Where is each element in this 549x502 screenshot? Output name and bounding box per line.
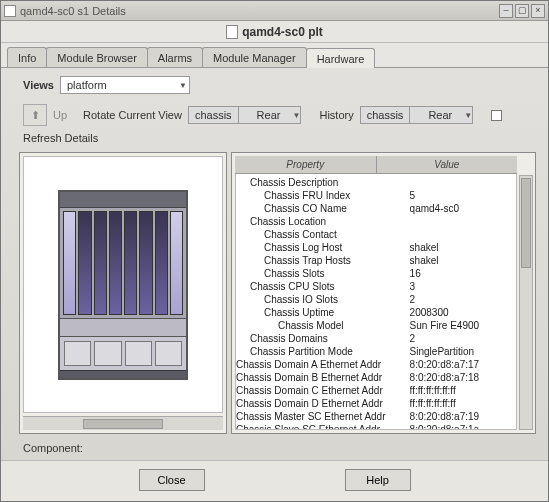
property-cell: Chassis Slots [236, 267, 410, 280]
property-cell: Chassis Domains [236, 332, 410, 345]
table-row[interactable]: Chassis Domain B Ethernet Addr8:0:20:d8:… [236, 371, 516, 384]
value-cell: 5 [410, 189, 516, 202]
property-cell: Chassis Description [236, 176, 410, 189]
table-row[interactable]: Chassis Domain D Ethernet Addrff:ff:ff:f… [236, 397, 516, 410]
titlebar: qamd4-sc0 s1 Details – ▢ × [1, 1, 548, 21]
subheader: qamd4-sc0 plt [1, 21, 548, 43]
tab-hardware[interactable]: Hardware [306, 48, 376, 68]
property-cell: Chassis Slave SC Ethernet Addr [236, 423, 410, 430]
close-window-button[interactable]: × [531, 4, 545, 18]
vertical-scrollbar[interactable] [519, 175, 533, 430]
rotate-chassis-select[interactable]: chassis Rear ▼ [188, 106, 302, 124]
property-cell: Chassis Uptime [236, 306, 410, 319]
column-value[interactable]: Value [377, 156, 518, 173]
table-row[interactable]: Chassis Location [236, 215, 516, 228]
history-select[interactable]: chassis Rear ▼ [360, 106, 474, 124]
maximize-button[interactable]: ▢ [515, 4, 529, 18]
up-arrow-icon: ⬆ [31, 109, 40, 122]
help-button[interactable]: Help [345, 469, 411, 491]
table-row[interactable]: Chassis IO Slots2 [236, 293, 516, 306]
value-cell: shakel [410, 241, 516, 254]
value-cell: Sun Fire E4900 [410, 319, 516, 332]
property-cell: Chassis Location [236, 215, 410, 228]
footer: Close Help [1, 460, 548, 501]
table-row[interactable]: Chassis Partition ModeSinglePartition [236, 345, 516, 358]
value-cell [410, 176, 516, 189]
property-cell: Chassis Contact [236, 228, 410, 241]
chevron-down-icon: ▼ [458, 111, 472, 120]
component-row: Component: [1, 438, 548, 460]
table-row[interactable]: Chassis Slots16 [236, 267, 516, 280]
value-cell: 3 [410, 280, 516, 293]
up-label: Up [53, 109, 67, 121]
views-select[interactable]: platform ▼ [60, 76, 190, 94]
image-pane [19, 152, 227, 434]
table-row[interactable]: Chassis CO Nameqamd4-sc0 [236, 202, 516, 215]
value-cell: shakel [410, 254, 516, 267]
table-header: Property Value [235, 156, 517, 174]
property-cell: Chassis Domain A Ethernet Addr [236, 358, 410, 371]
property-cell: Chassis CO Name [236, 202, 410, 215]
table-row[interactable]: Chassis CPU Slots3 [236, 280, 516, 293]
component-label: Component: [23, 442, 83, 454]
value-cell: SinglePartition [410, 345, 516, 358]
table-row[interactable]: Chassis Trap Hostsshakel [236, 254, 516, 267]
views-value: platform [67, 79, 107, 91]
value-cell: 8:0:20:d8:a7:17 [410, 358, 516, 371]
details-window: qamd4-sc0 s1 Details – ▢ × qamd4-sc0 plt… [0, 0, 549, 502]
tab-module-manager[interactable]: Module Manager [202, 47, 307, 67]
window-title: qamd4-sc0 s1 Details [20, 5, 126, 17]
chassis-image[interactable] [23, 156, 223, 413]
value-cell: 8:0:20:d8:a7:1a [410, 423, 516, 430]
close-button[interactable]: Close [139, 469, 205, 491]
property-cell: Chassis Domain C Ethernet Addr [236, 384, 410, 397]
hostname-label: qamd4-sc0 plt [242, 25, 323, 39]
table-row[interactable]: Chassis Uptime2008300 [236, 306, 516, 319]
property-cell: Chassis Master SC Ethernet Addr [236, 410, 410, 423]
table-row[interactable]: Chassis Log Hostshakel [236, 241, 516, 254]
value-cell: 2008300 [410, 306, 516, 319]
tab-info[interactable]: Info [7, 47, 47, 67]
content-area: Property Value Chassis DescriptionChassi… [1, 152, 548, 438]
views-label: Views [23, 79, 54, 91]
value-cell: 8:0:20:d8:a7:19 [410, 410, 516, 423]
value-cell: 2 [410, 332, 516, 345]
rotate-toolbar: ⬆ Up Rotate Current View chassis Rear ▼ … [1, 98, 548, 152]
value-cell: ff:ff:ff:ff:ff:ff [410, 397, 516, 410]
property-cell: Chassis FRU Index [236, 189, 410, 202]
property-tree[interactable]: Chassis DescriptionChassis FRU Index5Cha… [235, 174, 517, 430]
refresh-label: Refresh Details [23, 132, 98, 144]
table-row[interactable]: Chassis Domain C Ethernet Addrff:ff:ff:f… [236, 384, 516, 397]
views-toolbar: Views platform ▼ [1, 68, 548, 98]
server-chassis-graphic [58, 190, 188, 380]
property-cell: Chassis CPU Slots [236, 280, 410, 293]
table-row[interactable]: Chassis FRU Index5 [236, 189, 516, 202]
table-row[interactable]: Chassis ModelSun Fire E4900 [236, 319, 516, 332]
table-row[interactable]: Chassis Domains2 [236, 332, 516, 345]
property-cell: Chassis IO Slots [236, 293, 410, 306]
minimize-button[interactable]: – [499, 4, 513, 18]
property-pane: Property Value Chassis DescriptionChassi… [231, 152, 536, 434]
table-row[interactable]: Chassis Master SC Ethernet Addr8:0:20:d8… [236, 410, 516, 423]
value-cell: qamd4-sc0 [410, 202, 516, 215]
tab-module-browser[interactable]: Module Browser [46, 47, 147, 67]
document-icon [226, 25, 238, 39]
tab-alarms[interactable]: Alarms [147, 47, 203, 67]
table-row[interactable]: Chassis Description [236, 176, 516, 189]
table-row[interactable]: Chassis Contact [236, 228, 516, 241]
value-cell: 16 [410, 267, 516, 280]
property-cell: Chassis Log Host [236, 241, 410, 254]
value-cell [410, 228, 516, 241]
property-cell: Chassis Domain B Ethernet Addr [236, 371, 410, 384]
property-cell: Chassis Trap Hosts [236, 254, 410, 267]
column-property[interactable]: Property [235, 156, 377, 173]
value-cell [410, 215, 516, 228]
value-cell: ff:ff:ff:ff:ff:ff [410, 384, 516, 397]
window-icon [4, 5, 16, 17]
horizontal-scrollbar[interactable] [23, 416, 223, 430]
value-cell: 8:0:20:d8:a7:18 [410, 371, 516, 384]
table-row[interactable]: Chassis Domain A Ethernet Addr8:0:20:d8:… [236, 358, 516, 371]
table-row[interactable]: Chassis Slave SC Ethernet Addr8:0:20:d8:… [236, 423, 516, 430]
refresh-checkbox[interactable] [491, 110, 502, 121]
up-button[interactable]: ⬆ [23, 104, 47, 126]
